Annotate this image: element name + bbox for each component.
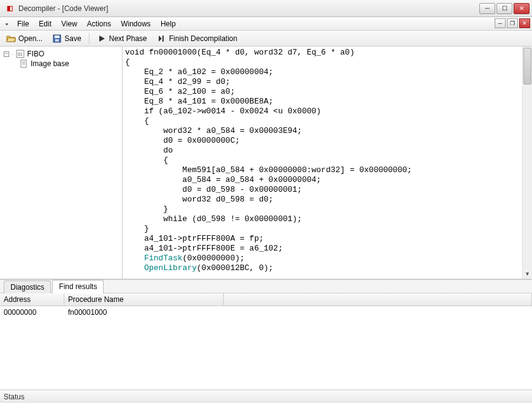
finish-label: Finish Decompilation: [169, 34, 237, 43]
binary-icon: 01: [16, 50, 25, 58]
cell-address: 00000000: [0, 307, 64, 317]
document-icon: [20, 59, 28, 68]
menu-file-label: File: [17, 20, 29, 28]
save-label: Save: [64, 34, 81, 43]
maximize-button[interactable]: ☐: [496, 3, 512, 14]
code-text: void fn00001000(Eq_4 * d0, word32 d7, Eq…: [125, 48, 412, 263]
tab-find-results[interactable]: Find results: [52, 280, 104, 293]
grid-header: Address Procedure Name: [0, 293, 532, 306]
menu-bar: ▪ File Edit View Actions Windows Help ─ …: [0, 17, 532, 31]
menu-view-label: View: [61, 20, 77, 28]
bottom-tabs: Diagostics Find results: [0, 280, 532, 293]
col-address[interactable]: Address: [0, 293, 64, 306]
menu-edit[interactable]: Edit: [34, 17, 56, 30]
tree-child-label: Image base: [31, 59, 69, 68]
menu-help[interactable]: Help: [156, 17, 181, 30]
menu-actions[interactable]: Actions: [82, 17, 116, 30]
open-icon: [6, 34, 16, 43]
scroll-down-icon[interactable]: ▼: [523, 270, 532, 279]
mdi-close-button[interactable]: ✕: [519, 18, 530, 28]
mdi-minimize-button[interactable]: ─: [495, 18, 506, 28]
app-icon: ◧: [5, 4, 15, 13]
main-split: − · 01 FIBO Image base void fn00001000(E…: [0, 47, 532, 279]
bottom-panel: Diagostics Find results Address Procedur…: [0, 279, 532, 390]
col-procname[interactable]: Procedure Name: [64, 293, 224, 306]
tab-diagnostics-label: Diagostics: [10, 283, 44, 292]
dotted-line-icon: ·: [12, 50, 13, 58]
window-title: Decompiler - [Code Viewer]: [18, 4, 479, 13]
svg-rect-2: [55, 39, 59, 42]
open-button[interactable]: Open...: [2, 32, 46, 45]
tab-diagnostics[interactable]: Diagostics: [4, 281, 51, 293]
table-row[interactable]: 00000000 fn00001000: [0, 306, 532, 318]
menu-edit-label: Edit: [39, 20, 51, 28]
scroll-thumb[interactable]: [523, 48, 531, 85]
tree-collapse-icon[interactable]: −: [4, 51, 9, 57]
svg-text:01: 01: [18, 52, 23, 56]
cell-procname: fn00001000: [64, 307, 224, 317]
tree-child-imagebase[interactable]: Image base: [2, 59, 120, 69]
code-fn-findtask: FindTask: [144, 254, 182, 263]
next-phase-button[interactable]: Next Phase: [93, 32, 151, 45]
tree-root[interactable]: − · 01 FIBO: [2, 49, 120, 59]
code-body[interactable]: void fn00001000(Eq_4 * d0, word32 d7, Eq…: [123, 47, 522, 279]
results-grid[interactable]: Address Procedure Name 00000000 fn000010…: [0, 293, 532, 390]
svg-rect-6: [21, 60, 26, 67]
tab-find-label: Find results: [59, 282, 97, 291]
save-icon: [52, 34, 62, 43]
menu-view[interactable]: View: [56, 17, 82, 30]
svg-rect-3: [162, 36, 164, 42]
status-bar: Status: [0, 390, 532, 403]
col-extra[interactable]: [224, 293, 532, 306]
code-fn1-args: (0x00000000);: [183, 254, 245, 263]
save-button[interactable]: Save: [48, 32, 85, 45]
menu-windows[interactable]: Windows: [116, 17, 156, 30]
open-label: Open...: [18, 34, 42, 43]
finish-button[interactable]: Finish Decompilation: [153, 32, 241, 45]
menu-actions-label: Actions: [87, 20, 111, 28]
code-fn-openlibrary: OpenLibrary: [144, 263, 197, 273]
svg-rect-1: [55, 36, 59, 38]
code-scrollbar[interactable]: ▲ ▼: [522, 47, 532, 279]
tree-root-label: FIBO: [27, 50, 44, 58]
menu-windows-label: Windows: [121, 20, 151, 28]
toolbar: Open... Save Next Phase Finish Decompila…: [0, 31, 532, 47]
next-phase-label: Next Phase: [109, 34, 147, 43]
tree-pane[interactable]: − · 01 FIBO Image base: [0, 47, 123, 279]
system-menu-icon[interactable]: ▪: [1, 17, 12, 30]
code-viewer[interactable]: void fn00001000(Eq_4 * d0, word32 d7, Eq…: [123, 47, 532, 279]
code-fn2-args: (0x000012BC, 0);: [197, 263, 273, 273]
close-button[interactable]: ✕: [514, 3, 530, 14]
play-icon: [97, 34, 107, 43]
window-buttons: ─ ☐ ✕: [479, 3, 530, 14]
menu-file[interactable]: File: [12, 17, 34, 30]
minimize-button[interactable]: ─: [479, 3, 495, 14]
menu-help-label: Help: [161, 20, 176, 28]
title-bar: ◧ Decompiler - [Code Viewer] ─ ☐ ✕: [0, 0, 532, 17]
fast-forward-icon: [157, 34, 167, 43]
mdi-restore-button[interactable]: ❐: [507, 18, 518, 28]
status-text: Status: [4, 393, 25, 401]
